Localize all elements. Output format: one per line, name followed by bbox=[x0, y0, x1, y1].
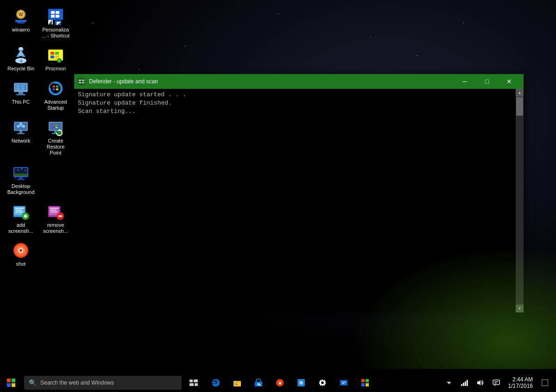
task-view-button[interactable] bbox=[183, 373, 204, 392]
cmd-close-button[interactable]: ✕ bbox=[499, 74, 520, 89]
taskbar-app-settings[interactable] bbox=[312, 373, 333, 392]
desktop-icon-desktop-bg[interactable]: Desktop Background bbox=[5, 161, 37, 198]
svg-rect-62 bbox=[56, 127, 57, 128]
svg-rect-23 bbox=[55, 52, 59, 55]
desktop-icon-thispc[interactable]: This PC bbox=[5, 77, 37, 113]
svg-rect-4 bbox=[17, 22, 25, 24]
cmd-title-icon bbox=[78, 78, 85, 85]
desktop-icon-add-screenshot[interactable]: add screensh... bbox=[5, 200, 37, 236]
desktop-icon-winaero[interactable]: W winaero bbox=[5, 5, 37, 41]
cmd-scroll-down-button[interactable]: ▼ bbox=[516, 305, 524, 312]
svg-rect-25 bbox=[55, 56, 59, 58]
taskbar-app-6[interactable] bbox=[291, 373, 311, 392]
svg-rect-54 bbox=[50, 123, 62, 130]
svg-rect-71 bbox=[14, 178, 16, 179]
svg-rect-41 bbox=[53, 88, 55, 90]
desktop-icon-shot[interactable]: shot bbox=[5, 239, 37, 269]
svg-rect-84 bbox=[50, 208, 58, 209]
svg-rect-9 bbox=[51, 15, 55, 18]
svg-rect-96 bbox=[82, 80, 84, 81]
taskbar-app-9[interactable] bbox=[355, 373, 375, 392]
svg-rect-136 bbox=[542, 380, 548, 386]
svg-rect-105 bbox=[190, 383, 194, 386]
cmd-content[interactable]: Signature update started . . . Signature… bbox=[74, 89, 524, 312]
cmd-maximize-button[interactable]: □ bbox=[476, 74, 498, 89]
svg-text:P: P bbox=[58, 59, 61, 62]
taskbar-app-explorer[interactable] bbox=[227, 373, 247, 392]
svg-marker-126 bbox=[447, 382, 451, 384]
start-button[interactable] bbox=[0, 373, 22, 392]
svg-rect-104 bbox=[194, 380, 198, 382]
restore-label: Create Restore Point bbox=[42, 138, 70, 156]
svg-point-67 bbox=[21, 168, 22, 169]
icon-row-3: Network bbox=[5, 116, 72, 159]
svg-rect-132 bbox=[493, 380, 499, 385]
svg-rect-31 bbox=[16, 85, 20, 87]
icon-row-2: This PC Advanc bbox=[5, 77, 72, 113]
svg-rect-86 bbox=[50, 212, 57, 212]
notification-button[interactable] bbox=[537, 373, 552, 392]
search-text: Search the web and Windows bbox=[40, 380, 114, 386]
svg-point-117 bbox=[321, 381, 324, 384]
procmon-label: Procmon bbox=[45, 66, 66, 72]
tray-network-icon[interactable] bbox=[457, 373, 472, 392]
svg-rect-42 bbox=[56, 88, 58, 90]
add-screenshot-label: add screensh... bbox=[7, 222, 35, 234]
shot-label: shot bbox=[16, 261, 26, 267]
svg-rect-65 bbox=[14, 168, 27, 174]
advanced-startup-label: Advanced Startup bbox=[42, 99, 70, 111]
cmd-scroll-track[interactable] bbox=[516, 97, 524, 305]
advanced-startup-icon bbox=[46, 79, 65, 98]
icon-row-1: ♻ Recycle Bin P bbox=[5, 44, 72, 74]
search-bar[interactable]: 🔍 Search the web and Windows bbox=[24, 376, 182, 390]
svg-rect-88 bbox=[58, 215, 62, 217]
svg-rect-121 bbox=[342, 383, 344, 384]
cmd-minimize-button[interactable]: ─ bbox=[454, 74, 475, 89]
tray-volume-icon[interactable] bbox=[473, 373, 488, 392]
svg-text:W: W bbox=[19, 12, 23, 17]
svg-rect-40 bbox=[56, 86, 58, 87]
svg-rect-120 bbox=[342, 382, 346, 383]
desktop-icon-restore[interactable]: Create Restore Point bbox=[39, 116, 72, 159]
svg-text:🛍: 🛍 bbox=[257, 383, 260, 386]
winaero-label: winaero bbox=[12, 27, 30, 33]
tray-message-icon[interactable] bbox=[489, 373, 504, 392]
svg-rect-119 bbox=[341, 381, 347, 385]
desktop-icon-advanced-startup[interactable]: Advanced Startup bbox=[39, 77, 72, 113]
desktop-icon-network[interactable]: Network bbox=[5, 116, 37, 159]
desktop-icon-remove-screenshot[interactable]: remove screensh... bbox=[39, 200, 72, 236]
desktop-icon-recycle[interactable]: ♻ Recycle Bin bbox=[5, 44, 37, 74]
svg-rect-34 bbox=[21, 88, 25, 90]
svg-rect-125 bbox=[366, 383, 369, 386]
svg-rect-109 bbox=[234, 384, 238, 385]
taskbar-app-edge[interactable] bbox=[206, 373, 226, 392]
tray-overflow-button[interactable] bbox=[442, 373, 456, 392]
taskbar-app-5[interactable]: ★ bbox=[270, 373, 290, 392]
svg-rect-7 bbox=[51, 11, 55, 14]
cmd-scroll-up-button[interactable]: ▲ bbox=[516, 89, 524, 97]
desktop-bg-icon bbox=[12, 163, 30, 182]
desktop-icon-personalize[interactable]: Personaliza... - Shortcut bbox=[39, 5, 72, 41]
svg-rect-134 bbox=[494, 381, 498, 382]
desktop-icon-procmon[interactable]: P Procmon bbox=[39, 44, 72, 74]
svg-rect-3 bbox=[15, 20, 26, 22]
clock[interactable]: 2:44 AM 1/17/2016 bbox=[505, 376, 537, 389]
taskbar-app-8[interactable] bbox=[334, 373, 354, 392]
svg-rect-122 bbox=[361, 379, 365, 382]
svg-rect-8 bbox=[56, 11, 59, 14]
cmd-scrollbar[interactable]: ▲ ▼ bbox=[516, 89, 524, 312]
svg-rect-36 bbox=[16, 94, 25, 95]
icon-row-0: W winaero bbox=[5, 5, 72, 41]
svg-rect-52 bbox=[17, 133, 25, 134]
svg-rect-124 bbox=[361, 383, 365, 386]
cmd-scroll-thumb[interactable] bbox=[516, 97, 523, 116]
restore-icon bbox=[46, 118, 65, 137]
clock-time: 2:44 AM bbox=[512, 376, 533, 383]
taskbar-app-store[interactable]: 🛍 bbox=[248, 373, 269, 392]
svg-point-66 bbox=[18, 169, 19, 170]
svg-rect-95 bbox=[79, 80, 81, 81]
svg-rect-24 bbox=[51, 56, 54, 58]
network-label: Network bbox=[12, 138, 30, 144]
recycle-icon: ♻ bbox=[12, 46, 30, 64]
system-tray: 2:44 AM 1/17/2016 bbox=[442, 373, 556, 392]
